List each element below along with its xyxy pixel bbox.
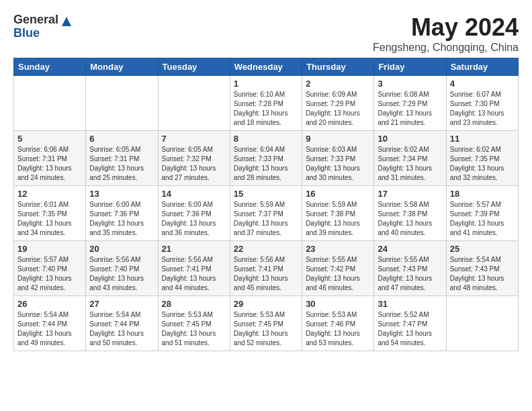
day-number: 7 [162,134,226,144]
calendar-cell [86,76,158,131]
day-number: 15 [234,189,298,199]
day-info: Sunrise: 5:53 AM Sunset: 7:45 PM Dayligh… [162,310,226,348]
calendar-week-row: 26Sunrise: 5:54 AM Sunset: 7:44 PM Dayli… [14,296,519,351]
day-number: 10 [378,134,442,144]
day-number: 4 [450,79,515,89]
day-number: 27 [89,299,154,309]
calendar-week-row: 19Sunrise: 5:57 AM Sunset: 7:40 PM Dayli… [14,241,519,296]
calendar-cell: 16Sunrise: 5:59 AM Sunset: 7:38 PM Dayli… [302,186,374,241]
svg-marker-0 [62,17,71,26]
day-number: 22 [234,244,298,254]
calendar-cell: 19Sunrise: 5:57 AM Sunset: 7:40 PM Dayli… [14,241,86,296]
logo-icon [60,15,73,28]
calendar-cell: 27Sunrise: 5:54 AM Sunset: 7:44 PM Dayli… [86,296,158,351]
calendar-cell: 13Sunrise: 6:00 AM Sunset: 7:36 PM Dayli… [86,186,158,241]
day-info: Sunrise: 5:57 AM Sunset: 7:39 PM Dayligh… [450,200,515,238]
day-info: Sunrise: 5:59 AM Sunset: 7:38 PM Dayligh… [306,200,370,238]
day-info: Sunrise: 6:05 AM Sunset: 7:31 PM Dayligh… [89,145,154,183]
month-year: May 2024 [373,13,519,42]
day-info: Sunrise: 6:05 AM Sunset: 7:32 PM Dayligh… [162,145,226,183]
day-number: 9 [306,134,370,144]
day-number: 31 [378,299,442,309]
title-block: May 2024 Fengsheng, Chongqing, China [373,13,519,54]
day-info: Sunrise: 5:54 AM Sunset: 7:44 PM Dayligh… [89,310,154,348]
day-number: 2 [306,79,370,89]
day-info: Sunrise: 5:58 AM Sunset: 7:38 PM Dayligh… [378,200,442,238]
calendar-cell: 23Sunrise: 5:55 AM Sunset: 7:42 PM Dayli… [302,241,374,296]
logo-general: General [13,13,58,27]
day-number: 5 [17,134,82,144]
calendar-cell: 4Sunrise: 6:07 AM Sunset: 7:30 PM Daylig… [446,76,518,131]
day-info: Sunrise: 5:54 AM Sunset: 7:44 PM Dayligh… [17,310,82,348]
day-number: 30 [306,299,370,309]
calendar-cell [446,296,518,351]
day-number: 3 [378,79,442,89]
day-number: 21 [162,244,226,254]
calendar-cell: 8Sunrise: 6:04 AM Sunset: 7:33 PM Daylig… [230,131,302,186]
page: General Blue May 2024 Fengsheng, Chongqi… [0,0,532,358]
day-info: Sunrise: 5:56 AM Sunset: 7:41 PM Dayligh… [234,255,298,293]
day-info: Sunrise: 5:54 AM Sunset: 7:43 PM Dayligh… [450,255,515,293]
day-number: 19 [17,244,82,254]
calendar-cell: 10Sunrise: 6:02 AM Sunset: 7:34 PM Dayli… [374,131,446,186]
calendar-cell: 25Sunrise: 5:54 AM Sunset: 7:43 PM Dayli… [446,241,518,296]
calendar-cell: 12Sunrise: 6:01 AM Sunset: 7:35 PM Dayli… [14,186,86,241]
calendar-cell [158,76,230,131]
day-info: Sunrise: 5:57 AM Sunset: 7:40 PM Dayligh… [17,255,82,293]
day-info: Sunrise: 5:52 AM Sunset: 7:47 PM Dayligh… [378,310,442,348]
day-number: 23 [306,244,370,254]
calendar-cell: 26Sunrise: 5:54 AM Sunset: 7:44 PM Dayli… [14,296,86,351]
day-number: 20 [89,244,154,254]
day-number: 26 [17,299,82,309]
day-number: 14 [162,189,226,199]
day-number: 8 [234,134,298,144]
day-info: Sunrise: 6:00 AM Sunset: 7:36 PM Dayligh… [89,200,154,238]
calendar-cell: 17Sunrise: 5:58 AM Sunset: 7:38 PM Dayli… [374,186,446,241]
day-number: 1 [234,79,298,89]
day-info: Sunrise: 5:55 AM Sunset: 7:42 PM Dayligh… [306,255,370,293]
day-number: 18 [450,189,515,199]
calendar-table: SundayMondayTuesdayWednesdayThursdayFrid… [13,58,519,351]
weekday-header: Friday [374,58,446,76]
logo: General Blue [13,13,73,40]
calendar-cell: 3Sunrise: 6:08 AM Sunset: 7:29 PM Daylig… [374,76,446,131]
calendar-cell: 18Sunrise: 5:57 AM Sunset: 7:39 PM Dayli… [446,186,518,241]
day-number: 17 [378,189,442,199]
day-number: 11 [450,134,515,144]
day-info: Sunrise: 6:02 AM Sunset: 7:35 PM Dayligh… [450,145,515,183]
weekday-header: Sunday [14,58,86,76]
calendar-cell: 28Sunrise: 5:53 AM Sunset: 7:45 PM Dayli… [158,296,230,351]
day-info: Sunrise: 5:56 AM Sunset: 7:41 PM Dayligh… [162,255,226,293]
day-info: Sunrise: 5:53 AM Sunset: 7:45 PM Dayligh… [234,310,298,348]
calendar-cell: 6Sunrise: 6:05 AM Sunset: 7:31 PM Daylig… [86,131,158,186]
calendar-cell: 22Sunrise: 5:56 AM Sunset: 7:41 PM Dayli… [230,241,302,296]
day-number: 25 [450,244,515,254]
day-info: Sunrise: 6:02 AM Sunset: 7:34 PM Dayligh… [378,145,442,183]
calendar-cell: 11Sunrise: 6:02 AM Sunset: 7:35 PM Dayli… [446,131,518,186]
calendar-cell: 2Sunrise: 6:09 AM Sunset: 7:29 PM Daylig… [302,76,374,131]
day-info: Sunrise: 5:59 AM Sunset: 7:37 PM Dayligh… [234,200,298,238]
calendar-header-row: SundayMondayTuesdayWednesdayThursdayFrid… [14,58,519,76]
day-number: 12 [17,189,82,199]
weekday-header: Thursday [302,58,374,76]
calendar-cell: 21Sunrise: 5:56 AM Sunset: 7:41 PM Dayli… [158,241,230,296]
day-info: Sunrise: 6:06 AM Sunset: 7:31 PM Dayligh… [17,145,82,183]
location: Fengsheng, Chongqing, China [373,42,519,54]
day-info: Sunrise: 6:04 AM Sunset: 7:33 PM Dayligh… [234,145,298,183]
calendar-cell: 15Sunrise: 5:59 AM Sunset: 7:37 PM Dayli… [230,186,302,241]
weekday-header: Saturday [446,58,518,76]
calendar-week-row: 5Sunrise: 6:06 AM Sunset: 7:31 PM Daylig… [14,131,519,186]
calendar-cell: 24Sunrise: 5:55 AM Sunset: 7:43 PM Dayli… [374,241,446,296]
calendar-cell: 30Sunrise: 5:53 AM Sunset: 7:46 PM Dayli… [302,296,374,351]
weekday-header: Tuesday [158,58,230,76]
calendar-cell: 7Sunrise: 6:05 AM Sunset: 7:32 PM Daylig… [158,131,230,186]
day-info: Sunrise: 6:09 AM Sunset: 7:29 PM Dayligh… [306,90,370,128]
day-info: Sunrise: 6:03 AM Sunset: 7:33 PM Dayligh… [306,145,370,183]
calendar-week-row: 12Sunrise: 6:01 AM Sunset: 7:35 PM Dayli… [14,186,519,241]
day-info: Sunrise: 5:55 AM Sunset: 7:43 PM Dayligh… [378,255,442,293]
calendar-week-row: 1Sunrise: 6:10 AM Sunset: 7:28 PM Daylig… [14,76,519,131]
calendar-cell: 20Sunrise: 5:56 AM Sunset: 7:40 PM Dayli… [86,241,158,296]
day-number: 28 [162,299,226,309]
calendar-cell: 29Sunrise: 5:53 AM Sunset: 7:45 PM Dayli… [230,296,302,351]
calendar-cell [14,76,86,131]
